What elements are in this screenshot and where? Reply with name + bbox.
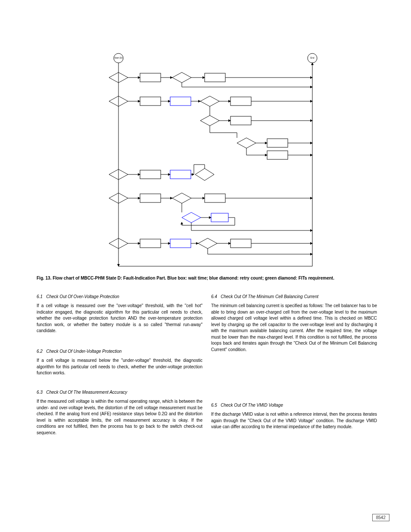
svg-marker-55 <box>172 193 191 203</box>
section-6-3-body: If the measured cell voltage is within t… <box>37 398 202 436</box>
figure-caption: Fig. 13. Flow chart of MBCC-PHM State D:… <box>37 276 377 280</box>
section-num: 6.3 <box>37 390 43 395</box>
flowchart-figure: Start (D) End <box>108 52 323 271</box>
svg-rect-7 <box>140 73 161 82</box>
section-txt: Check Out Of The VMID Voltage <box>221 403 283 408</box>
svg-rect-43 <box>140 170 161 179</box>
section-num: 6.1 <box>37 294 43 299</box>
svg-rect-45 <box>170 170 191 179</box>
svg-rect-39 <box>267 151 288 159</box>
section-6-1-body: If a cell voltage is measured over the "… <box>37 303 202 334</box>
section-6-5-title: 6.5 Check Out Of The VMID Voltage <box>211 403 377 408</box>
svg-rect-53 <box>140 194 161 202</box>
section-6-1-title: 6.1 Check Out Of Over-Voltage Protection <box>37 294 202 299</box>
flowchart-svg <box>108 52 323 271</box>
svg-rect-19 <box>170 97 191 106</box>
svg-marker-33 <box>237 138 256 148</box>
svg-rect-17 <box>140 97 161 106</box>
svg-rect-28 <box>230 116 251 125</box>
svg-rect-73 <box>170 239 191 248</box>
section-6-3-title: 6.3 Check Out Of The Measurement Accurac… <box>37 390 202 395</box>
section-txt: Check Out Of Over-Voltage Protection <box>46 294 119 299</box>
svg-marker-21 <box>200 96 219 106</box>
section-num: 6.4 <box>211 294 217 299</box>
svg-marker-9 <box>172 72 191 83</box>
section-txt: Check Out Of Under-Voltage Protection <box>46 349 121 354</box>
svg-rect-11 <box>205 73 225 82</box>
section-txt: Check Out Of The Measurement Accuracy <box>46 390 127 395</box>
flow-start-label: Start (D) <box>106 57 131 59</box>
section-6-4-body: The minimum cell balancing current is sp… <box>211 303 377 353</box>
svg-rect-23 <box>230 97 251 106</box>
page-number: 8542 <box>372 514 389 521</box>
section-6-5-body: If the discharge VMID value is not withi… <box>211 411 377 430</box>
section-6-2-body: If a cell voltage is measured below the … <box>37 358 202 376</box>
section-num: 6.5 <box>211 403 217 408</box>
flow-end-label: End <box>299 57 325 59</box>
svg-marker-26 <box>200 115 219 126</box>
svg-rect-35 <box>267 139 288 147</box>
svg-marker-75 <box>198 238 217 249</box>
svg-rect-62 <box>211 213 228 222</box>
section-num: 6.2 <box>37 349 43 354</box>
section-txt: Check Out Of The Minimum Cell Balancing … <box>221 294 318 299</box>
svg-rect-57 <box>205 194 225 202</box>
svg-rect-71 <box>140 239 161 248</box>
svg-marker-60 <box>182 212 201 223</box>
svg-marker-47 <box>195 168 214 180</box>
svg-rect-77 <box>230 239 251 248</box>
section-6-4-title: 6.4 Check Out Of The Minimum Cell Balanc… <box>211 294 377 299</box>
section-6-2-title: 6.2 Check Out Of Under-Voltage Protectio… <box>37 349 202 354</box>
